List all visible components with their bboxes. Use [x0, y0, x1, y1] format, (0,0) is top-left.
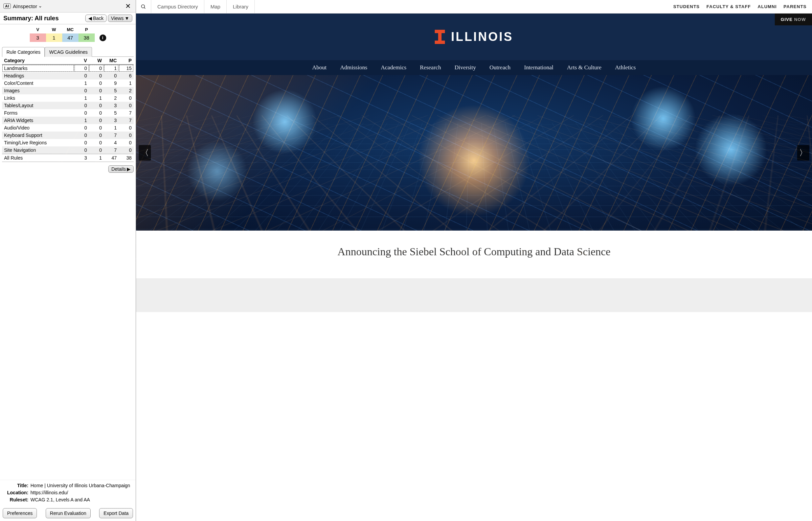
table-row[interactable]: Links1120: [2, 94, 134, 102]
table-row[interactable]: ARIA Widgets1037: [2, 117, 134, 124]
tab-rule-categories[interactable]: Rule Categories: [2, 47, 45, 57]
cell-mc: 9: [104, 80, 119, 87]
util-link[interactable]: Map: [204, 0, 227, 13]
cell-w: 0: [89, 146, 104, 154]
svg-rect-2: [435, 30, 445, 33]
cell-mc: 3: [104, 102, 119, 109]
cell-w: 0: [89, 102, 104, 109]
carousel-next-button[interactable]: 〉: [797, 145, 809, 161]
back-button[interactable]: ◀ Back: [85, 15, 107, 22]
tab-wcag-guidelines[interactable]: WCAG Guidelines: [45, 47, 92, 57]
panel-title-dropdown[interactable]: AInspector: [13, 3, 42, 9]
cell-v: 0: [74, 72, 89, 80]
rerun-button[interactable]: Rerun Evaluation: [46, 508, 91, 518]
cell-w: 0: [89, 87, 104, 94]
table-row[interactable]: Forms0057: [2, 109, 134, 117]
brand-link[interactable]: ILLINOIS: [435, 30, 513, 44]
cell-v: 1: [74, 94, 89, 102]
table-row[interactable]: Images0052: [2, 87, 134, 94]
audience-link[interactable]: PARENTS: [784, 4, 807, 9]
cell-mc: 4: [104, 139, 119, 146]
nav-link[interactable]: Academics: [381, 64, 407, 71]
svg-line-1: [144, 7, 145, 8]
cell-w: 0: [89, 124, 104, 132]
meta-ruleset-label: Ruleset:: [3, 496, 28, 503]
table-row[interactable]: Tables/Layout0030: [2, 102, 134, 109]
close-icon[interactable]: ✕: [124, 2, 132, 10]
summary-heading: Summary: All rules: [3, 15, 59, 22]
nav-link[interactable]: Arts & Culture: [567, 64, 601, 71]
cell-p: 0: [119, 146, 134, 154]
cell-p: 1: [119, 80, 134, 87]
cell-category: Links: [2, 94, 74, 102]
cell-v: 0: [74, 87, 89, 94]
table-row[interactable]: Headings0006: [2, 72, 134, 80]
nav-link[interactable]: Athletics: [615, 64, 636, 71]
count-value-p: 38: [79, 33, 95, 42]
col-v[interactable]: V: [74, 57, 89, 65]
cell-category: Keyboard Support: [2, 132, 74, 139]
cell-w: 1: [89, 154, 104, 162]
preferences-button[interactable]: Preferences: [3, 508, 37, 518]
cell-mc: 5: [104, 109, 119, 117]
cell-mc: 2: [104, 94, 119, 102]
panel-header: AI AInspector ✕: [0, 0, 136, 13]
chevron-left-icon: 〈: [141, 148, 149, 158]
carousel-prev-button[interactable]: 〈: [139, 145, 151, 161]
col-category[interactable]: Category: [2, 57, 74, 65]
give-now-button[interactable]: GIVE NOW: [775, 14, 812, 25]
nav-link[interactable]: Admissions: [340, 64, 367, 71]
cell-mc: 7: [104, 132, 119, 139]
page-meta: Title: Home | University of Illinois Urb…: [0, 480, 136, 505]
cell-category: Forms: [2, 109, 74, 117]
tabs: Rule Categories WCAG Guidelines: [2, 47, 134, 57]
nav-link[interactable]: About: [312, 64, 327, 71]
col-mc[interactable]: MC: [104, 57, 119, 65]
brand-band: GIVE NOW ILLINOIS: [136, 14, 812, 60]
nav-link[interactable]: Diversity: [454, 64, 476, 71]
table-row[interactable]: Site Navigation0070: [2, 146, 134, 154]
cell-category: Images: [2, 87, 74, 94]
nav-link[interactable]: International: [524, 64, 553, 71]
audience-link[interactable]: ALUMNI: [758, 4, 777, 9]
meta-title-label: Title:: [3, 482, 28, 489]
details-button[interactable]: Details ▶: [108, 165, 134, 173]
svg-point-0: [141, 5, 145, 8]
audience-link[interactable]: FACULTY & STAFF: [706, 4, 751, 9]
table-row[interactable]: Timing/Live Regions0040: [2, 139, 134, 146]
export-button[interactable]: Export Data: [99, 508, 133, 518]
info-icon[interactable]: i: [100, 35, 106, 41]
views-dropdown[interactable]: Views ▼: [108, 15, 132, 22]
table-row[interactable]: Landmarks00115: [2, 65, 134, 72]
evaluated-page: Campus Directory Map Library STUDENTS FA…: [136, 0, 812, 521]
cell-p: 7: [119, 109, 134, 117]
table-row[interactable]: Color/Content1091: [2, 80, 134, 87]
count-header-mc: MC: [67, 27, 73, 32]
triangle-down-icon: ▼: [125, 16, 129, 21]
meta-location-value: https://illinois.edu/: [30, 489, 68, 496]
cell-category: Headings: [2, 72, 74, 80]
cell-v: 0: [74, 102, 89, 109]
block-i-icon: [435, 30, 445, 44]
cell-category: Timing/Live Regions: [2, 139, 74, 146]
table-row[interactable]: All Rules314738: [2, 154, 134, 162]
table-row[interactable]: Keyboard Support0070: [2, 132, 134, 139]
triangle-right-icon: ▶: [127, 166, 131, 172]
search-button[interactable]: [136, 0, 151, 13]
cell-category: Color/Content: [2, 80, 74, 87]
cell-p: 15: [119, 65, 134, 72]
cell-p: 0: [119, 102, 134, 109]
util-link[interactable]: Campus Directory: [151, 0, 204, 13]
col-w[interactable]: W: [89, 57, 104, 65]
ainspector-panel: AI AInspector ✕ Summary: All rules ◀ Bac…: [0, 0, 136, 521]
cell-mc: 0: [104, 72, 119, 80]
hero-headline: Announcing the Siebel School of Computin…: [136, 231, 812, 278]
audience-link[interactable]: STUDENTS: [673, 4, 700, 9]
meta-title-value: Home | University of Illinois Urbana-Cha…: [30, 482, 130, 489]
col-p[interactable]: P: [119, 57, 134, 65]
nav-link[interactable]: Outreach: [489, 64, 510, 71]
table-row[interactable]: Audio/Video0010: [2, 124, 134, 132]
nav-link[interactable]: Research: [420, 64, 441, 71]
util-link[interactable]: Library: [227, 0, 255, 13]
meta-ruleset-value: WCAG 2.1, Levels A and AA: [30, 496, 90, 503]
